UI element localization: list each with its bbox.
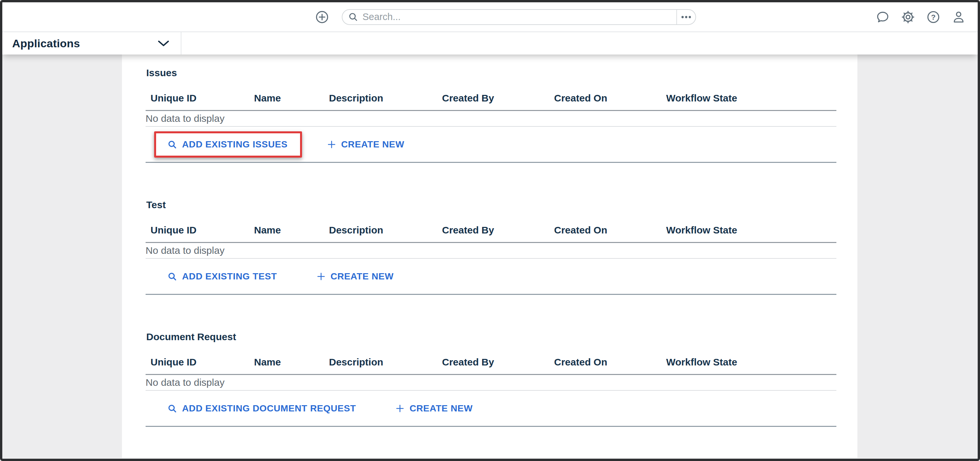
- column-header: Created By: [442, 225, 554, 236]
- column-header: Workflow State: [666, 225, 836, 236]
- svg-text:?: ?: [931, 13, 935, 21]
- global-search: [342, 9, 696, 25]
- section-title: Issues: [146, 67, 836, 86]
- column-header: Created On: [554, 93, 666, 104]
- create-new-button[interactable]: CREATE NEW: [327, 139, 404, 150]
- table-header-row: Unique IDNameDescriptionCreated ByCreate…: [146, 350, 836, 375]
- applications-dropdown[interactable]: Applications: [2, 32, 181, 54]
- help-button[interactable]: ?: [926, 10, 940, 24]
- applications-dropdown-label: Applications: [12, 37, 80, 50]
- records-table: Unique IDNameDescriptionCreated ByCreate…: [146, 86, 836, 163]
- plus-icon: [327, 140, 336, 149]
- help-icon: ?: [926, 10, 940, 24]
- column-header: Unique ID: [151, 93, 254, 104]
- table-header-row: Unique IDNameDescriptionCreated ByCreate…: [146, 218, 836, 243]
- add-existing-label: ADD EXISTING ISSUES: [182, 139, 288, 150]
- table-actions-row: ADD EXISTING DOCUMENT REQUEST CREATE NEW: [146, 391, 836, 427]
- create-new-label: CREATE NEW: [341, 139, 404, 150]
- ellipsis-icon: [681, 16, 692, 19]
- add-existing-button[interactable]: ADD EXISTING DOCUMENT REQUEST: [167, 403, 356, 414]
- column-header: Created By: [442, 93, 554, 104]
- search-icon: [167, 404, 177, 413]
- column-header: Created On: [554, 225, 666, 236]
- section-title: Test: [146, 198, 836, 218]
- user-profile-icon: [951, 10, 966, 24]
- section-title: Document Request: [146, 330, 836, 350]
- table-actions-row: ADD EXISTING ISSUES CREATE NEW: [146, 127, 836, 163]
- profile-button[interactable]: [951, 10, 966, 24]
- empty-state-text: No data to display: [146, 375, 836, 391]
- column-header: Name: [254, 356, 329, 368]
- left-gutter: [2, 54, 122, 458]
- settings-button[interactable]: [901, 10, 915, 24]
- empty-state-text: No data to display: [146, 111, 836, 127]
- quick-add-button[interactable]: [315, 10, 329, 24]
- create-new-label: CREATE NEW: [409, 403, 473, 414]
- add-existing-button[interactable]: ADD EXISTING TEST: [167, 271, 277, 282]
- column-header: Workflow State: [666, 93, 836, 104]
- topbar-right-icons: ?: [875, 2, 966, 32]
- chevron-down-icon: [158, 40, 170, 47]
- plus-circle-icon: [315, 10, 329, 24]
- search-input[interactable]: [358, 10, 676, 24]
- plus-icon: [395, 404, 404, 413]
- records-table: Unique IDNameDescriptionCreated ByCreate…: [146, 218, 836, 295]
- column-header: Created On: [554, 356, 666, 368]
- record-section: Test Unique IDNameDescriptionCreated ByC…: [146, 198, 836, 295]
- column-header: Name: [254, 93, 329, 104]
- create-new-label: CREATE NEW: [331, 271, 394, 282]
- settings-gear-icon: [901, 10, 915, 24]
- record-section: Document Request Unique IDNameDescriptio…: [146, 330, 836, 427]
- app-nav-bar: Applications: [2, 32, 978, 54]
- record-section: Issues Unique IDNameDescriptionCreated B…: [146, 67, 836, 163]
- column-header: Unique ID: [151, 225, 254, 236]
- create-new-button[interactable]: CREATE NEW: [395, 403, 473, 414]
- global-topbar: ?: [2, 2, 978, 32]
- plus-icon: [317, 272, 326, 281]
- create-new-button[interactable]: CREATE NEW: [317, 271, 394, 282]
- chat-button[interactable]: [875, 10, 890, 24]
- add-existing-label: ADD EXISTING DOCUMENT REQUEST: [182, 403, 356, 414]
- add-existing-label: ADD EXISTING TEST: [182, 271, 277, 282]
- table-actions-row: ADD EXISTING TEST CREATE NEW: [146, 259, 836, 295]
- empty-state-text: No data to display: [146, 243, 836, 259]
- records-table: Unique IDNameDescriptionCreated ByCreate…: [146, 350, 836, 427]
- column-header: Unique ID: [151, 356, 254, 368]
- column-header: Name: [254, 225, 329, 236]
- right-gutter: [858, 54, 978, 458]
- search-icon: [167, 271, 177, 281]
- search-options-button[interactable]: [677, 10, 695, 24]
- search-icon: [348, 12, 358, 22]
- column-header: Description: [329, 93, 442, 104]
- topbar-center-group: [315, 2, 696, 32]
- column-header: Description: [329, 225, 442, 236]
- chat-icon: [875, 10, 890, 24]
- column-header: Workflow State: [666, 356, 836, 368]
- app-window: ? Applications: [0, 0, 980, 461]
- column-header: Description: [329, 356, 442, 368]
- main-area: Issues Unique IDNameDescriptionCreated B…: [2, 54, 978, 458]
- add-existing-button[interactable]: ADD EXISTING ISSUES: [167, 139, 288, 150]
- detail-panel: Issues Unique IDNameDescriptionCreated B…: [122, 54, 858, 458]
- column-header: Created By: [442, 356, 554, 368]
- table-header-row: Unique IDNameDescriptionCreated ByCreate…: [146, 86, 836, 111]
- search-icon: [167, 139, 177, 149]
